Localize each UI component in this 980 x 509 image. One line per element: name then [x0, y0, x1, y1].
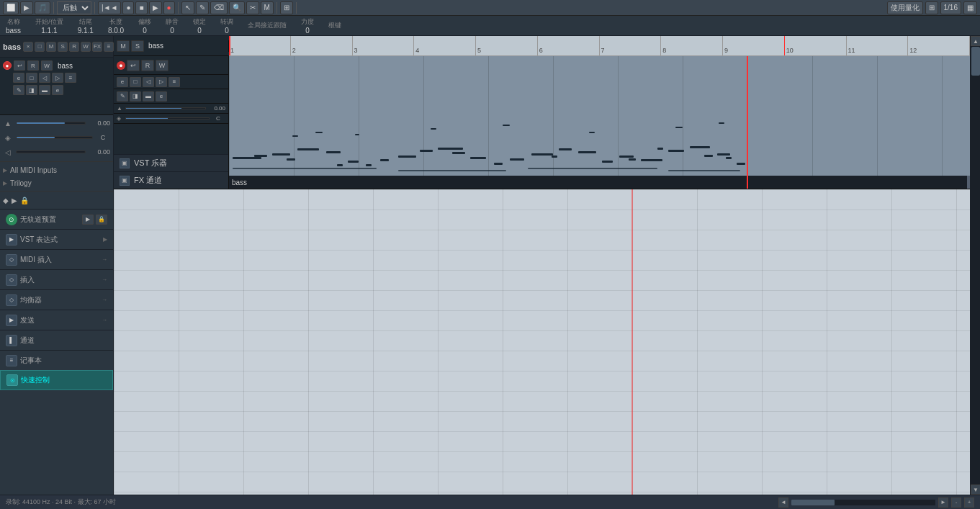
inst-loop-btn[interactable]: ↩: [14, 60, 25, 71]
volume-fill: [17, 122, 65, 124]
toolbar-mute-btn[interactable]: M: [261, 1, 274, 14]
inst-half-btn[interactable]: ◨: [130, 91, 141, 102]
svg-rect-27: [552, 156, 557, 158]
record-btn[interactable]: ●: [3, 61, 12, 70]
inst-pen-btn[interactable]: ✎: [117, 91, 128, 102]
toolbar-play-btn[interactable]: ▶: [20, 1, 33, 14]
status-scroll-right[interactable]: ►: [938, 497, 948, 508]
svg-rect-14: [559, 148, 572, 150]
toolbar-icon-btn[interactable]: ⬜: [3, 1, 19, 14]
inst-e2-btn[interactable]: e: [52, 85, 63, 95]
track-fx-btn[interactable]: FX: [92, 42, 102, 52]
inst-w-btn[interactable]: W: [41, 60, 53, 71]
track-pan-track[interactable]: [125, 117, 210, 120]
track-lock-btn[interactable]: W: [81, 42, 91, 52]
section-vst-expr[interactable]: ▶ VST 表达式 ▶: [0, 229, 113, 249]
inline-w2-btn[interactable]: W: [156, 60, 168, 71]
inst-line-btn[interactable]: ▬: [39, 85, 50, 95]
pan-track[interactable]: [16, 136, 93, 139]
preset-lock-btn[interactable]: 🔒: [96, 215, 107, 225]
section-send-icon: ▶: [6, 315, 17, 326]
toolbar-forward-btn[interactable]: ▶: [149, 1, 162, 14]
status-h-scroll[interactable]: [791, 500, 935, 505]
inline-record-btn[interactable]: ●: [117, 61, 125, 70]
inline-m-btn[interactable]: M: [117, 40, 130, 52]
toolbar-scissors-btn[interactable]: ✂: [246, 1, 259, 14]
inst-r-btn[interactable]: R: [27, 60, 39, 71]
inst-pencil-btn[interactable]: ✎: [13, 85, 24, 95]
track-vol-track[interactable]: [125, 107, 206, 109]
scroll-track[interactable]: [971, 46, 980, 485]
send-track[interactable]: [16, 150, 86, 153]
inst-edit-btn[interactable]: e: [117, 77, 128, 87]
fx-channel-row[interactable]: ▣ FX 通道: [114, 171, 228, 189]
toolbar-pencil-btn[interactable]: ✎: [196, 1, 209, 14]
toolbar-dropdown[interactable]: 后触后触: [57, 1, 91, 14]
toolbar-play2-btn[interactable]: ●: [122, 1, 134, 14]
svg-rect-22: [737, 163, 745, 165]
toolbar-icons[interactable]: 🎵: [35, 1, 50, 14]
toolbar-quantize-btn[interactable]: 使用量化: [887, 1, 923, 14]
no-preset-row[interactable]: ⊙ 无轨道预置 ▶ 🔒: [0, 209, 113, 229]
lock-icon[interactable]: 🔒: [20, 197, 29, 204]
toolbar-zoom-btn[interactable]: 🔍: [229, 1, 245, 14]
toolbar-colors-btn[interactable]: ▦: [963, 1, 977, 14]
inst-menu-btn[interactable]: ≡: [65, 73, 76, 83]
transpose-value: 0: [225, 27, 229, 35]
track-solo-btn[interactable]: S: [58, 42, 68, 52]
inst-menu2-btn[interactable]: ≡: [168, 77, 180, 87]
inline-s-btn[interactable]: S: [131, 40, 144, 52]
inst-next-btn[interactable]: ▷: [52, 73, 63, 83]
inline-r2-btn[interactable]: R: [141, 60, 154, 71]
inline-back-btn[interactable]: ↩: [127, 60, 140, 71]
preset-arrow-btn[interactable]: ▶: [82, 215, 94, 225]
track-rw-btn[interactable]: R: [69, 42, 79, 52]
track-env-btn[interactable]: ≡: [104, 42, 114, 52]
inst-e3-btn[interactable]: e: [156, 91, 167, 102]
svg-rect-23: [254, 155, 267, 157]
volume-track[interactable]: [16, 122, 86, 125]
scroll-down-btn[interactable]: ▼: [971, 485, 980, 495]
vst-instruments-row[interactable]: ▣ VST 乐器: [114, 154, 228, 171]
status-h-thumb: [791, 500, 835, 505]
all-midi-item[interactable]: ▶ All MIDI Inputs: [3, 163, 110, 176]
inst-sq-btn[interactable]: □: [130, 77, 141, 87]
inst-e-btn[interactable]: e: [13, 73, 24, 83]
inst-arr-left-btn[interactable]: ◁: [143, 77, 154, 87]
track-collapse-btn[interactable]: M: [46, 42, 56, 52]
toolbar-stop-btn[interactable]: ■: [135, 1, 147, 14]
svg-rect-8: [420, 150, 433, 152]
svg-rect-40: [503, 125, 510, 126]
svg-rect-13: [531, 153, 553, 156]
toolbar-eraser-btn[interactable]: ⌫: [210, 1, 228, 14]
inst-arr-right-btn[interactable]: ▷: [156, 77, 167, 87]
inst-square-btn[interactable]: □: [26, 73, 37, 83]
track-inline-btn[interactable]: □: [35, 42, 45, 52]
track-close-btn[interactable]: ×: [23, 42, 33, 52]
toolbar-quantize-value[interactable]: 1/16: [940, 1, 961, 14]
section-quick-ctrl[interactable]: ⊙ 快速控制: [0, 370, 113, 390]
inst-split-btn[interactable]: ◨: [26, 85, 37, 95]
section-midi-insert[interactable]: ◇ MIDI 插入 →: [0, 249, 113, 269]
inst-bar-btn[interactable]: ▬: [143, 91, 154, 102]
section-send[interactable]: ▶ 发送 →: [0, 310, 113, 330]
svg-rect-30: [704, 155, 713, 157]
status-scroll-left[interactable]: ◄: [778, 497, 788, 508]
inst-prev-btn[interactable]: ◁: [39, 73, 50, 83]
toolbar-cursor-btn[interactable]: ↖: [181, 1, 194, 14]
midi-clip-area[interactable]: bass: [229, 56, 970, 189]
toolbar-snap-btn[interactable]: ⊞: [280, 1, 293, 14]
svg-rect-6: [380, 159, 389, 161]
trilogy-item[interactable]: ▶ Trilogy: [3, 176, 110, 189]
scroll-thumb[interactable]: [971, 47, 980, 76]
section-channel[interactable]: ▌ 通道: [0, 330, 113, 350]
section-notepad[interactable]: ≡ 记事本: [0, 350, 113, 370]
status-zoom-minus[interactable]: -: [951, 497, 961, 508]
status-zoom-plus[interactable]: +: [964, 497, 974, 508]
section-insert[interactable]: ◇ 插入 →: [0, 269, 113, 289]
scroll-up-btn[interactable]: ▲: [971, 36, 980, 46]
toolbar-record-btn[interactable]: ●: [163, 1, 175, 14]
section-eq[interactable]: ◇ 均衡器 →: [0, 289, 113, 310]
toolbar-rewind-btn[interactable]: |◄◄: [98, 1, 121, 14]
toolbar-grid-btn[interactable]: ⊞: [925, 1, 938, 14]
